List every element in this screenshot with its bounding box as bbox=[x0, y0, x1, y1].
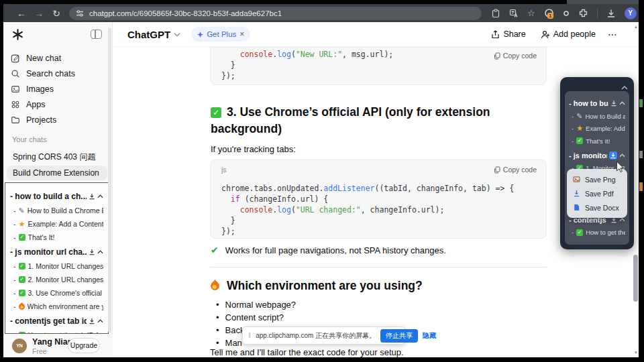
toc-item-dash: - bbox=[13, 302, 16, 310]
get-plus-pill[interactable]: Get Plus × bbox=[191, 27, 250, 42]
sidebar-item-images[interactable]: Images bbox=[3, 81, 111, 97]
record-dot-icon[interactable] bbox=[563, 10, 570, 17]
bullet-item: •Content script? bbox=[216, 311, 484, 324]
chevron-down-icon[interactable] bbox=[174, 32, 180, 37]
sidebar-scrollbar[interactable] bbox=[108, 27, 111, 333]
toc-section-title[interactable]: - js monitor url c... bbox=[569, 152, 625, 160]
code-1: console.log("New URL:", msg.url); } }); bbox=[221, 49, 393, 81]
copy-code-button-2[interactable]: Copy code bbox=[494, 166, 537, 174]
upgrade-button[interactable]: Upgrade bbox=[68, 338, 100, 353]
account-row[interactable]: YN Yang Nian Free Upgrade bbox=[3, 335, 113, 357]
toc-section-title[interactable]: - js monitor url cha... bbox=[10, 247, 103, 257]
add-people-button[interactable]: Add people bbox=[541, 29, 596, 39]
section-heading-2: Which environment are you using? bbox=[211, 279, 423, 293]
scroll-down-arrow[interactable]: ▼ bbox=[634, 351, 638, 355]
toc-item-dash: - bbox=[572, 125, 574, 132]
bullet-dot-icon: • bbox=[216, 312, 219, 322]
toc-item[interactable]: -Which environment are yo... bbox=[13, 302, 103, 310]
section-heading-1: ✓3. Use Chrome’s official API (only for … bbox=[211, 104, 541, 137]
copy-code-button-1[interactable]: Copy code bbox=[494, 52, 537, 60]
toc-item[interactable]: -✓2. Monitor URL changes in... bbox=[13, 276, 103, 284]
images-icon bbox=[11, 84, 20, 94]
toc-section-title[interactable]: - how to build a ... bbox=[569, 99, 625, 107]
toc-item-dash: - bbox=[13, 220, 16, 228]
toc-item[interactable]: -✎How to Build a Chrome Ex... bbox=[13, 206, 103, 215]
toc-item[interactable]: -★Example: Add a Conten... bbox=[572, 125, 625, 132]
sidebar-item-projects[interactable]: Projects bbox=[3, 112, 111, 127]
drag-grip-icon[interactable]: ‖ bbox=[248, 332, 251, 339]
toc-item[interactable]: -★Example: Add a Content S... bbox=[13, 220, 103, 228]
download-icon[interactable] bbox=[606, 9, 616, 18]
toc-item[interactable]: -✓3. Use Chrome's official AP... bbox=[13, 289, 103, 297]
toc-collapse-icon[interactable] bbox=[97, 250, 103, 254]
collapse-sidebar-icon[interactable] bbox=[91, 29, 102, 39]
user-avatar[interactable]: YN bbox=[12, 339, 27, 353]
bookmark-star-icon[interactable]: ☆ bbox=[527, 8, 535, 18]
close-pill-icon[interactable]: × bbox=[239, 29, 244, 39]
toc-section-title-text: - how to build a ... bbox=[569, 99, 608, 107]
toc-download-icon[interactable] bbox=[610, 100, 617, 107]
check-square-icon: ✓ bbox=[19, 276, 25, 283]
toc-item[interactable]: -✎How to Build a Chrome ... bbox=[572, 113, 625, 120]
chat-list-item[interactable]: Build Chrome Extension bbox=[7, 166, 107, 180]
toc-item-text: 2. Monitor URL changes in... bbox=[28, 276, 104, 284]
conversation-header: ChatGPT Get Plus × Share Add people ⋯ bbox=[113, 22, 639, 47]
toc-download-icon[interactable] bbox=[89, 249, 95, 255]
back-icon[interactable]: ← bbox=[13, 8, 30, 19]
menu-item-save-pdf[interactable]: Save Pdf bbox=[567, 186, 627, 200]
pen-icon: ✎ bbox=[576, 113, 582, 120]
chat-list-item[interactable]: Spring CORS 403 问题 bbox=[7, 149, 107, 164]
puzzle-extensions-icon[interactable] bbox=[578, 8, 588, 18]
site-settings-icon[interactable] bbox=[76, 9, 84, 17]
bullet-text: Normal webpage? bbox=[225, 300, 297, 310]
toc-download-icon[interactable] bbox=[609, 152, 617, 160]
toc-item[interactable]: -✓1. Monitor URL changes o... bbox=[13, 262, 103, 270]
sidebar-item-apps[interactable]: Apps bbox=[3, 97, 111, 112]
page-scrollbar-thumb[interactable] bbox=[633, 255, 638, 302]
toc-collapse-icon[interactable] bbox=[619, 154, 625, 158]
share-button[interactable]: Share bbox=[491, 29, 525, 39]
sidebar-item-search-chats[interactable]: Search chats bbox=[3, 66, 111, 81]
address-bar[interactable]: chatgpt.com/c/6905865f-30bc-8320-b53f-ad… bbox=[69, 7, 482, 20]
menu-item-save-docx[interactable]: Save Docx bbox=[567, 200, 627, 215]
star-icon: ★ bbox=[19, 221, 25, 228]
openai-logo-icon[interactable] bbox=[11, 28, 24, 44]
bullet-dot-icon: • bbox=[216, 325, 219, 335]
reload-icon[interactable]: ↻ bbox=[48, 8, 65, 19]
translate-icon[interactable] bbox=[509, 9, 519, 18]
model-title[interactable]: ChatGPT bbox=[127, 29, 170, 40]
user-plan: Free bbox=[32, 347, 47, 355]
add-person-icon bbox=[541, 30, 550, 39]
flame-icon bbox=[17, 302, 26, 310]
toc-item-dash: - bbox=[13, 262, 16, 270]
pdf-icon bbox=[573, 190, 580, 197]
toc-item[interactable]: -✓That's It! bbox=[13, 233, 103, 241]
sidebar-item-label: Images bbox=[26, 84, 54, 94]
toc-item-text: That's It! bbox=[28, 233, 55, 241]
toc-download-icon[interactable] bbox=[89, 318, 95, 324]
toc-item-text: Which environment are yo... bbox=[28, 302, 104, 310]
toc-download-icon[interactable] bbox=[89, 193, 95, 200]
toc-item[interactable]: -✓How to get the tab ID fr... bbox=[572, 229, 625, 236]
toc-collapse-icon[interactable] bbox=[97, 319, 103, 323]
toc-collapse-icon[interactable] bbox=[97, 194, 103, 198]
user-name: Yang Nian bbox=[32, 337, 72, 347]
toc-collapse-icon[interactable] bbox=[619, 218, 625, 222]
stop-sharing-button[interactable]: 停止共享 bbox=[380, 329, 418, 343]
code-block-1: console.log("New URL:", msg.url); } }); … bbox=[210, 47, 547, 85]
extension-icon[interactable]: 1 bbox=[544, 8, 554, 18]
toc-item[interactable]: -✓How to get the tab ID fro... bbox=[13, 331, 103, 334]
sidebar-item-new-chat[interactable]: New chat bbox=[3, 50, 111, 66]
forward-icon[interactable]: → bbox=[30, 8, 48, 19]
toc-collapse-icon[interactable] bbox=[619, 101, 625, 105]
toc-item[interactable]: -✓That's It! bbox=[572, 137, 625, 145]
toc-section-title[interactable]: - contentjs get tab id bbox=[10, 316, 103, 326]
clipboard-icon[interactable] bbox=[491, 9, 500, 18]
sidebar-item-label: Search chats bbox=[26, 69, 75, 78]
browser-avatar[interactable]: Y bbox=[625, 7, 637, 19]
scroll-up-arrow[interactable]: ▲ bbox=[634, 25, 638, 29]
hide-toast-button[interactable]: 隐藏 bbox=[423, 331, 436, 341]
toc-section-title[interactable]: - how to build a ch... bbox=[10, 192, 103, 201]
edge-mark-green bbox=[639, 99, 643, 107]
more-options-icon[interactable]: ⋯ bbox=[608, 29, 617, 40]
